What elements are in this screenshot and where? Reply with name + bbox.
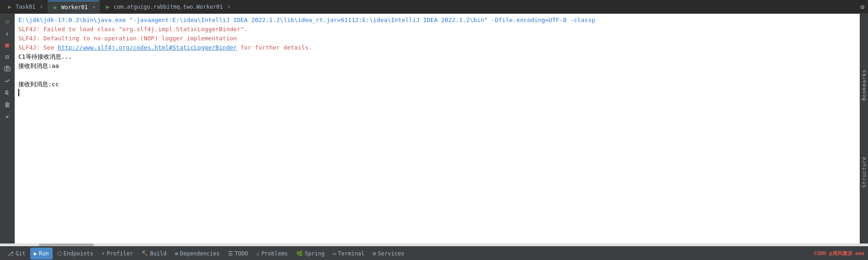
bottom-tab-profiler-label: Profiler — [107, 250, 133, 257]
side-labels: Bookmarks Structure — [860, 14, 868, 243]
rerun-button[interactable]: ↺ — [2, 16, 13, 27]
console-line-6: 接收到消息:aa — [18, 61, 856, 71]
bottom-tab-todo-label: TODO — [235, 250, 248, 257]
bottom-tab-dependencies-label: Dependencies — [180, 250, 220, 257]
run-icon-worker01: ▶ — [52, 4, 59, 11]
stop-button[interactable]: ■ — [2, 39, 13, 50]
run-icon-task01: ▶ — [6, 4, 13, 10]
bottom-tab-build[interactable]: 🔨 Build — [138, 248, 170, 260]
console-line-3: SLF4J: Defaulting to no-operation (NOP) … — [18, 34, 856, 43]
bottom-tab-endpoints[interactable]: ⬡ Endpoints — [54, 248, 97, 260]
profiler-icon: ⚡ — [102, 250, 105, 257]
tab-task01-label: Task01 — [16, 4, 35, 10]
terminal-icon: ▭ — [333, 250, 336, 257]
close-task01[interactable]: ✕ — [40, 4, 43, 10]
bottom-tab-endpoints-label: Endpoints — [64, 250, 93, 257]
tab-worker01-two-label: com.atguigu.rabbitmq.two.Worker01 — [114, 4, 222, 10]
pin-tab-button[interactable] — [2, 87, 13, 98]
services-icon: ⚙ — [373, 250, 376, 257]
content-wrapper: E:\jdk\jdk-17.0.2\bin\java.exe "-javaage… — [15, 14, 868, 243]
console-line-4: SLF4J: See http://www.slf4j.org/codes.ht… — [18, 43, 856, 52]
bottom-tab-profiler[interactable]: ⚡ Profiler — [98, 248, 137, 260]
svg-point-1 — [6, 68, 8, 70]
run-icon-worker01-two: ▶ — [104, 4, 111, 10]
dependencies-icon: ≡ — [175, 250, 178, 257]
bottom-tab-git[interactable]: ⎇ Git — [4, 248, 29, 260]
spring-icon: 🌿 — [296, 250, 303, 257]
main-area: ↺ ↓ ■ ⊟ 🗑 ✕ E:\jdk\jdk-17.0. — [0, 14, 868, 243]
camera-button[interactable] — [2, 63, 13, 74]
run-icon-bottom: ▶ — [34, 250, 37, 257]
bottom-tab-services[interactable]: ⚙ Services — [369, 248, 408, 260]
todo-icon: ☰ — [228, 250, 233, 257]
close-worker01[interactable]: ✕ — [92, 4, 96, 10]
endpoints-icon: ⬡ — [57, 250, 62, 257]
left-toolbar: ↺ ↓ ■ ⊟ 🗑 ✕ — [0, 14, 15, 243]
tab-bar: ▶ Task01 ✕ ▶ Worker01 ✕ ▶ com.atguigu.ra… — [0, 0, 868, 14]
bottom-tab-run-label: Run — [39, 250, 49, 257]
bottom-bar: ⎇ Git ▶ Run ⬡ Endpoints ⚡ Profiler 🔨 Bui… — [0, 246, 868, 260]
console-line-7 — [18, 71, 856, 80]
console-line-1: E:\jdk\jdk-17.0.2\bin\java.exe "-javaage… — [18, 16, 856, 25]
analyze-button[interactable] — [2, 75, 13, 86]
console-line-2: SLF4J: Failed to load class "org.slf4j.i… — [18, 25, 856, 34]
scrollbar-thumb[interactable] — [39, 243, 94, 246]
horizontal-scrollbar[interactable] — [0, 243, 868, 246]
bottom-tab-problems[interactable]: ⚠ Problems — [253, 248, 292, 260]
build-icon: 🔨 — [141, 250, 148, 257]
tab-worker01-two[interactable]: ▶ com.atguigu.rabbitmq.two.Worker01 ✕ — [100, 0, 235, 13]
trash-button[interactable]: 🗑 — [2, 99, 13, 110]
text-cursor — [18, 89, 19, 96]
tab-bar-right: ⚙ — [859, 1, 866, 12]
bottom-tab-dependencies[interactable]: ≡ Dependencies — [171, 248, 223, 260]
bottom-tab-services-label: Services — [378, 250, 404, 257]
console-line-8: 接收到消息:cc — [18, 80, 856, 89]
console-output[interactable]: E:\jdk\jdk-17.0.2\bin\java.exe "-javaage… — [15, 14, 860, 243]
tab-task01[interactable]: ▶ Task01 ✕ — [2, 0, 48, 13]
bottom-tab-terminal-label: Terminal — [338, 250, 364, 257]
svg-rect-2 — [6, 66, 9, 67]
bottom-tab-terminal[interactable]: ▭ Terminal — [329, 248, 368, 260]
close-worker01-two[interactable]: ✕ — [228, 4, 231, 10]
bottom-tab-spring-label: Spring — [305, 250, 325, 257]
git-icon: ⎇ — [7, 250, 14, 257]
scroll-down-button[interactable]: ↓ — [2, 28, 13, 39]
tab-worker01[interactable]: ▶ Worker01 ✕ — [48, 0, 100, 13]
svg-rect-0 — [5, 67, 10, 71]
csdn-watermark: CSDN @清风微凉 aaa — [814, 250, 864, 257]
tab-worker01-label: Worker01 — [61, 4, 88, 11]
settings-icon[interactable]: ⚙ — [859, 1, 866, 12]
layout-button[interactable]: ⊟ — [2, 51, 13, 62]
bottom-tab-problems-label: Problems — [261, 250, 288, 257]
bottom-tab-spring[interactable]: 🌿 Spring — [293, 248, 328, 260]
bottom-tab-git-label: Git — [16, 250, 26, 257]
bottom-tab-run[interactable]: ▶ Run — [30, 248, 53, 260]
bottom-bar-right: CSDN @清风微凉 aaa — [814, 250, 864, 257]
problems-icon: ⚠ — [256, 250, 260, 257]
close-panel-button[interactable]: ✕ — [2, 111, 13, 122]
bookmarks-label: Bookmarks — [861, 69, 867, 101]
structure-label: Structure — [861, 156, 867, 188]
bottom-tab-build-label: Build — [150, 250, 167, 257]
cursor-line — [18, 89, 856, 96]
slf4j-link[interactable]: http://www.slf4j.org/codes.html#StaticLo… — [58, 44, 237, 51]
bottom-tab-todo[interactable]: ☰ TODO — [224, 248, 252, 260]
console-line-5: C1等待接收消息... — [18, 52, 856, 61]
